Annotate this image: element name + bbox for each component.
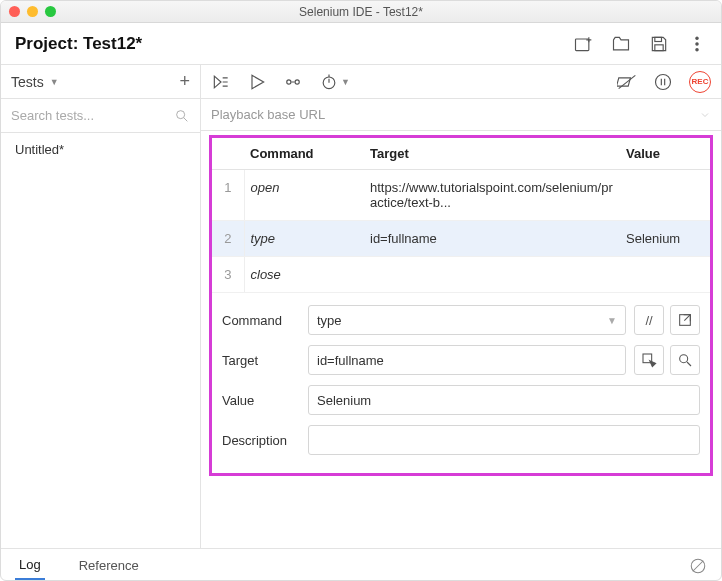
row-number: 1 [212,170,244,221]
disable-breakpoints-icon[interactable] [617,72,637,92]
svg-line-26 [684,315,690,321]
svg-point-8 [177,110,185,118]
svg-point-15 [287,79,291,83]
row-target [364,257,620,293]
svg-rect-3 [655,37,662,41]
command-value: type [317,313,342,328]
new-project-icon[interactable] [573,34,593,54]
highlight-annotation: Command Target Value 1 open https://www.… [209,135,713,476]
speed-control[interactable]: ▼ [319,72,350,92]
svg-line-9 [184,118,187,121]
window-title: Selenium IDE - Test12* [1,5,721,19]
editor-label-description: Description [222,433,308,448]
command-table: Command Target Value 1 open https://www.… [212,138,710,293]
row-command: close [244,257,364,293]
playback-url-field[interactable]: Playback base URL [201,99,721,131]
find-target-button[interactable] [670,345,700,375]
command-editor: Command type ▼ // Target [212,293,710,473]
row-value [620,170,710,221]
chevron-down-icon: ▼ [341,77,350,87]
tab-reference[interactable]: Reference [75,552,143,579]
test-sidebar: Tests ▼ + Untitled* [1,65,201,548]
step-over-icon[interactable] [283,72,303,92]
open-reference-button[interactable] [670,305,700,335]
value-value: Selenium [317,393,371,408]
record-button[interactable]: REC [689,71,711,93]
col-value: Value [620,138,710,170]
table-row[interactable]: 2 type id=fullname Selenium [212,221,710,257]
row-command: open [244,170,364,221]
chevron-down-icon [699,109,711,121]
save-project-icon[interactable] [649,34,669,54]
row-number: 2 [212,221,244,257]
run-current-icon[interactable] [247,72,267,92]
editor-label-value: Value [222,393,308,408]
svg-marker-14 [252,75,264,88]
run-all-icon[interactable] [211,72,231,92]
svg-marker-28 [650,361,656,367]
row-command: type [244,221,364,257]
svg-point-5 [696,37,698,39]
clear-log-icon[interactable] [689,557,707,575]
add-test-button[interactable]: + [179,71,190,92]
svg-rect-0 [576,39,589,51]
search-icon [174,108,190,124]
svg-line-30 [687,362,691,366]
sidebar-tab-label: Tests [11,74,44,90]
project-header: Project: Test12* [1,23,721,65]
target-input[interactable]: id=fullname [308,345,626,375]
svg-point-29 [680,355,688,363]
open-project-icon[interactable] [611,34,631,54]
table-row[interactable]: 1 open https://www.tutorialspoint.com/se… [212,170,710,221]
search-tests-field[interactable] [1,99,200,133]
playback-toolbar: ▼ REC [201,65,721,99]
svg-point-7 [696,48,698,50]
editor-label-target: Target [222,353,308,368]
search-input[interactable] [11,108,190,123]
command-dropdown[interactable]: type ▼ [308,305,626,335]
pause-icon[interactable] [653,72,673,92]
window-titlebar: Selenium IDE - Test12* [1,1,721,23]
target-value: id=fullname [317,353,384,368]
playback-url-placeholder: Playback base URL [211,107,325,122]
col-command: Command [244,138,364,170]
row-value [620,257,710,293]
col-target: Target [364,138,620,170]
svg-line-32 [693,560,704,571]
svg-point-6 [696,42,698,44]
select-target-button[interactable] [634,345,664,375]
row-target: id=fullname [364,221,620,257]
row-number: 3 [212,257,244,293]
row-value: Selenium [620,221,710,257]
table-row[interactable]: 3 close [212,257,710,293]
toggle-comment-button[interactable]: // [634,305,664,335]
sidebar-item-test[interactable]: Untitled* [1,133,200,166]
svg-point-16 [295,79,299,83]
value-input[interactable]: Selenium [308,385,700,415]
description-input[interactable] [308,425,700,455]
svg-rect-4 [655,44,663,50]
speed-icon [319,72,339,92]
row-target: https://www.tutorialspoint.com/selenium/… [364,170,620,221]
project-title: Project: Test12* [15,34,142,54]
chevron-down-icon: ▼ [607,315,617,326]
more-menu-icon[interactable] [687,34,707,54]
bottom-tabs: Log Reference [1,548,721,581]
sidebar-tab-tests[interactable]: Tests ▼ [11,74,59,90]
editor-label-command: Command [222,313,308,328]
svg-point-22 [656,74,671,89]
chevron-down-icon: ▼ [50,77,59,87]
svg-marker-10 [214,76,221,88]
tab-log[interactable]: Log [15,551,45,580]
